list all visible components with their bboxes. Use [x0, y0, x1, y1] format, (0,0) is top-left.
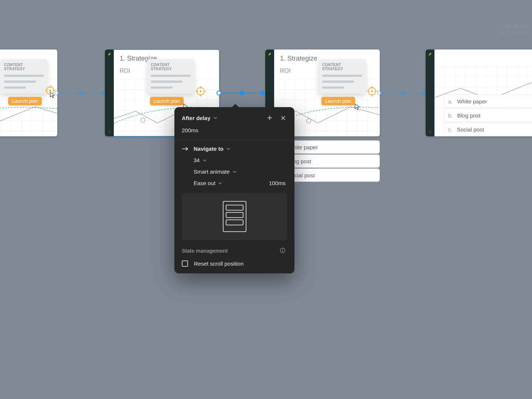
launch-pill[interactable]: Launch plan	[321, 97, 355, 105]
svg-point-17	[282, 249, 283, 250]
trigger-select[interactable]: After delay	[182, 115, 217, 121]
option-letter: a.	[448, 98, 453, 105]
svg-point-10	[371, 90, 373, 92]
svg-rect-14	[226, 212, 243, 218]
delay-text: 200ms	[182, 127, 198, 133]
reset-scroll-label: Reset scroll position	[194, 260, 243, 267]
launch-pill[interactable]: Launch plan	[150, 97, 184, 105]
frame-cropped-left[interactable]: CONTENT STRATEGY Launch plan	[0, 50, 57, 136]
target-reticle-icon	[194, 85, 207, 98]
strategy-card: CONTENT STRATEGY	[318, 59, 366, 94]
animation-select[interactable]: Smart animate	[194, 168, 236, 175]
leaf-icon	[107, 52, 112, 56]
option-row[interactable]: a. White paper	[443, 95, 532, 108]
destination-select[interactable]: 34	[194, 157, 207, 163]
trigger-label: After delay	[182, 115, 211, 121]
chevron-down-icon	[203, 158, 207, 162]
arrow-right-icon	[182, 146, 188, 151]
gear-icon	[107, 130, 112, 134]
launch-pill-label: Launch plan	[154, 98, 180, 104]
prototype-connection[interactable]	[380, 93, 426, 93]
easing-select[interactable]: Ease out	[194, 180, 222, 186]
svg-point-6	[200, 90, 201, 92]
destination-label: 34	[194, 157, 200, 163]
add-action-button[interactable]	[266, 114, 274, 122]
svg-rect-18	[282, 250, 283, 252]
state-management-heading: State management	[182, 248, 228, 254]
svg-rect-12	[223, 201, 246, 232]
prototype-connection[interactable]	[57, 93, 105, 93]
strategy-card-caption: CONTENT STRATEGY	[4, 63, 44, 71]
frame-dark-sidebar	[426, 50, 434, 136]
frame-body: CONTENT STRATEGY Launch plan	[0, 50, 57, 136]
easing-label: Ease out	[194, 180, 215, 186]
ghost-label: Wireframe	[500, 23, 529, 29]
option-letter: c.	[448, 126, 453, 133]
gear-icon	[428, 130, 432, 134]
leaf-icon	[428, 52, 432, 56]
chevron-down-icon	[218, 181, 222, 185]
animation-preview[interactable]	[182, 193, 287, 240]
delay-value[interactable]: 200ms	[174, 122, 294, 133]
svg-point-11	[430, 132, 431, 133]
target-reticle-icon	[366, 85, 378, 98]
preview-glyph	[222, 200, 248, 233]
option-text: White paper	[457, 98, 487, 105]
strategy-card-caption: CONTENT STRATEGY	[322, 63, 362, 71]
action-select[interactable]: Navigate to	[194, 146, 230, 152]
option-text: Social post	[457, 126, 484, 133]
chevron-down-icon	[226, 147, 230, 151]
chevron-down-icon	[214, 116, 217, 120]
dashed-line	[0, 107, 57, 129]
strategy-card: CONTENT STRATEGY	[0, 59, 48, 94]
launch-pill-label: Launch plan	[12, 98, 38, 104]
option-row[interactable]: b. Blog post	[443, 109, 532, 122]
svg-point-2	[49, 89, 51, 91]
action-label: Navigate to	[194, 146, 224, 152]
ghost-label-group: Wireframe Hi-fi mockup	[500, 23, 529, 35]
launch-pill[interactable]: Launch plan	[8, 97, 42, 105]
strategy-card-caption: CONTENT STRATEGY	[151, 63, 191, 71]
duration-text: 100ms	[269, 180, 286, 186]
launch-pill-label: Launch plan	[325, 98, 351, 104]
svg-rect-13	[226, 205, 243, 210]
option-letter: b.	[448, 112, 453, 119]
cursor-icon	[50, 92, 55, 98]
frame-dark-sidebar	[105, 50, 114, 136]
option-text: Blog post	[457, 112, 481, 119]
ghost-label: Hi-fi mockup	[500, 29, 529, 35]
option-row[interactable]: c. Social post	[443, 123, 532, 136]
animation-label: Smart animate	[194, 168, 230, 175]
reset-scroll-checkbox[interactable]	[182, 260, 188, 267]
svg-point-3	[109, 132, 110, 133]
prototype-connection-active[interactable]	[219, 93, 265, 93]
strategy-card: CONTENT STRATEGY	[147, 59, 194, 94]
close-button[interactable]	[279, 114, 287, 122]
info-icon[interactable]	[280, 248, 286, 253]
chevron-down-icon	[233, 170, 236, 174]
svg-rect-15	[226, 220, 243, 225]
interaction-panel: After delay 200ms Navigate to 34 S	[174, 107, 294, 273]
leaf-icon	[267, 52, 272, 56]
cursor-icon	[355, 103, 360, 110]
duration-input[interactable]: 100ms	[269, 180, 286, 186]
